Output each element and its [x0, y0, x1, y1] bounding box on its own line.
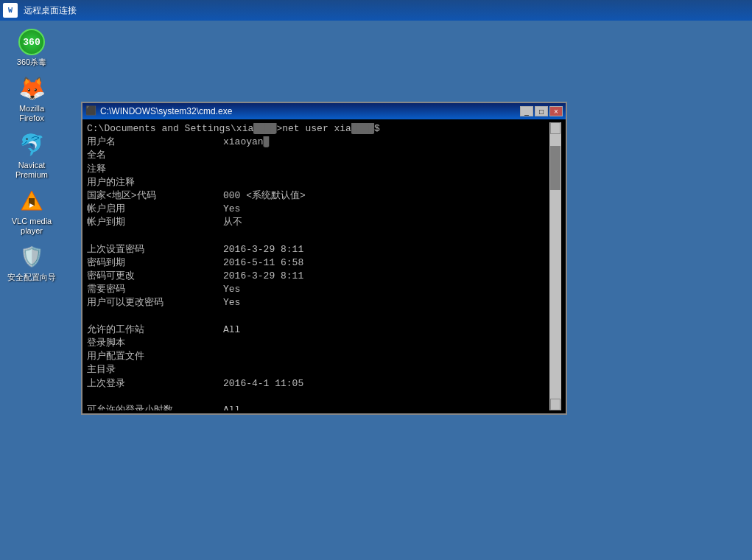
cmd-scroll-thumb[interactable] — [550, 146, 561, 190]
360-icon: 360 — [18, 29, 45, 55]
cmd-prompt-line: C:\Documents and Settings\xia████>net us… — [87, 122, 549, 136]
cmd-blank-2 — [87, 310, 549, 323]
cmd-content: C:\Documents and Settings\xia████>net us… — [87, 122, 549, 410]
cmd-row-username: 用户名 xiaoyan█ — [87, 136, 549, 149]
cmd-row-last-login: 上次登录 2016-4-1 11:05 — [87, 377, 549, 391]
icon-360杀毒[interactable]: 360 360杀毒 — [6, 28, 57, 67]
taskbar-title: 远程桌面连接 — [24, 4, 77, 17]
icon-firefox-label: Mozilla Firefox — [6, 104, 57, 123]
desktop: 360 360杀毒 🦊 Mozilla Firefox 🐬 Navicat Pr… — [0, 21, 752, 560]
cmd-scroll-up[interactable]: ▲ — [550, 122, 561, 134]
cmd-row-fullname: 全名 — [87, 149, 549, 162]
taskbar-logo: W — [3, 3, 18, 18]
cmd-row-pwd-changeable: 密码可更改 2016-3-29 8:11 — [87, 270, 549, 283]
cmd-row-last-set-pwd: 上次设置密码 2016-3-29 8:11 — [87, 243, 549, 256]
vlc-icon: ▶ — [18, 187, 46, 215]
cmd-row-user-profile: 用户配置文件 — [87, 350, 549, 363]
cmd-blank-3 — [87, 391, 549, 404]
desktop-icons: 360 360杀毒 🦊 Mozilla Firefox 🐬 Navicat Pr… — [6, 28, 57, 283]
icon-360-label: 360杀毒 — [17, 57, 46, 67]
cmd-window: ⬛ C:\WINDOWS\system32\cmd.exe _ □ × C:\D… — [81, 102, 567, 415]
navicat-icon: 🐬 — [18, 131, 46, 159]
icon-vlc[interactable]: ▶ VLC media player — [6, 187, 57, 236]
cmd-row-require-pwd: 需要密码 Yes — [87, 283, 549, 296]
icon-navicat-label: Navicat Premium — [6, 161, 57, 180]
cmd-row-user-note: 用户的注释 — [87, 176, 549, 189]
cmd-row-account-expire: 帐户到期 从不 — [87, 216, 549, 229]
cmd-row-country: 国家<地区>代码 000 <系统默认值> — [87, 189, 549, 203]
taskbar: W 远程桌面连接 — [0, 0, 752, 21]
cmd-row-account-active: 帐户启用 Yes — [87, 203, 549, 216]
icon-firefox[interactable]: 🦊 Mozilla Firefox — [6, 74, 57, 123]
cmd-row-note: 注释 — [87, 163, 549, 176]
svg-text:▶: ▶ — [29, 202, 35, 209]
cmd-row-logon-script: 登录脚本 — [87, 337, 549, 350]
cmd-minimize-button[interactable]: _ — [520, 106, 533, 116]
cmd-row-logon-hours: 可允许的登录小时数 All — [87, 404, 549, 410]
cmd-title: C:\WINDOWS\system32\cmd.exe — [100, 106, 520, 116]
cmd-row-home-dir: 主目录 — [87, 363, 549, 377]
cmd-scroll-down[interactable]: ▼ — [550, 399, 561, 410]
icon-navicat[interactable]: 🐬 Navicat Premium — [6, 131, 57, 180]
cmd-close-button[interactable]: × — [549, 106, 563, 116]
cmd-restore-button[interactable]: □ — [535, 106, 548, 116]
cmd-row-workstations: 允许的工作站 All — [87, 323, 549, 337]
cmd-body: C:\Documents and Settings\xia████>net us… — [82, 119, 566, 413]
cmd-blank-1 — [87, 230, 549, 243]
firefox-icon: 🦊 — [18, 74, 46, 102]
cmd-icon: ⬛ — [85, 105, 97, 117]
cmd-titlebar-buttons: _ □ × — [520, 106, 563, 116]
icon-security-label: 安全配置向导 — [7, 273, 56, 282]
cmd-row-user-can-change-pwd: 用户可以更改密码 Yes — [87, 296, 549, 309]
icon-vlc-label: VLC media player — [6, 217, 57, 236]
cmd-titlebar: ⬛ C:\WINDOWS\system32\cmd.exe _ □ × — [82, 103, 566, 119]
cmd-row-pwd-expire: 密码到期 2016-5-11 6:58 — [87, 256, 549, 270]
security-icon: 🛡️ — [18, 243, 46, 271]
icon-security[interactable]: 🛡️ 安全配置向导 — [6, 243, 57, 282]
cmd-scrollbar[interactable]: ▲ ▼ — [549, 122, 561, 410]
